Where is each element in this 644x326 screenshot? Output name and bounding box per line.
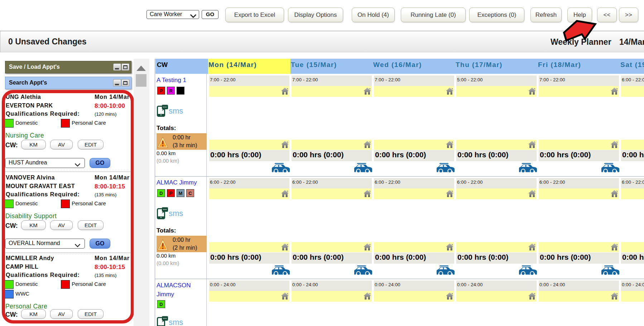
svg-text:sms: sms bbox=[169, 106, 183, 115]
svg-text:sms: sms bbox=[169, 318, 183, 326]
svg-text:sms: sms bbox=[169, 209, 183, 218]
